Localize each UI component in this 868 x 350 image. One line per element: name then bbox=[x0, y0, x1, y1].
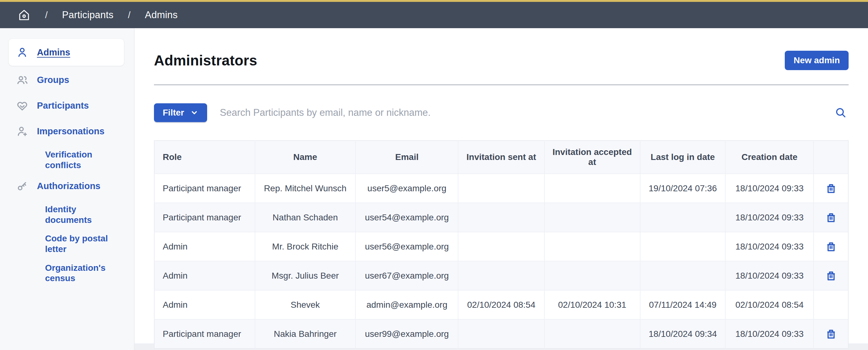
cell-last-log-in-date bbox=[640, 232, 725, 261]
sidebar-item-organizations-census[interactable]: Organization's census bbox=[9, 259, 124, 288]
sidebar-item-admins[interactable]: Admins bbox=[9, 39, 124, 66]
cell-last-log-in-date bbox=[640, 203, 725, 232]
people-icon bbox=[16, 73, 29, 86]
cell-email: user67@example.org bbox=[355, 261, 458, 290]
cell-actions bbox=[813, 261, 848, 290]
table-row: Participant manager Nakia Bahringer user… bbox=[154, 319, 848, 348]
home-icon[interactable] bbox=[18, 8, 31, 22]
admins-table-container: Role Name Email Invitation sent at Invit… bbox=[154, 140, 848, 349]
breadcrumb-admins[interactable]: Admins bbox=[145, 9, 178, 21]
content-area: Admins Groups Particip bbox=[0, 28, 868, 350]
cell-actions bbox=[813, 174, 848, 203]
column-header-invitation-sent-at: Invitation sent at bbox=[458, 141, 544, 174]
cell-last-log-in-date: 18/10/2024 09:34 bbox=[640, 319, 725, 348]
person-icon bbox=[16, 46, 29, 59]
cell-creation-date: 18/10/2024 09:33 bbox=[725, 174, 813, 203]
table-row: Admin Msgr. Julius Beer user67@example.o… bbox=[154, 261, 848, 290]
delete-admin-button[interactable] bbox=[825, 241, 837, 253]
cell-role: Admin bbox=[154, 290, 255, 319]
header-divider bbox=[154, 85, 848, 85]
cell-actions bbox=[813, 232, 848, 261]
search-icon bbox=[834, 106, 847, 119]
breadcrumb-separator: / bbox=[128, 10, 130, 20]
trash-icon bbox=[825, 182, 837, 195]
sidebar-item-verification-conflicts[interactable]: Verification conflicts bbox=[9, 145, 124, 174]
breadcrumb-separator: / bbox=[45, 10, 48, 20]
sidebar-item-code-by-postal-letter[interactable]: Code by postal letter bbox=[9, 229, 124, 258]
trash-icon bbox=[825, 241, 837, 253]
main-panel: Administrators New admin Filter bbox=[134, 28, 868, 344]
cell-invitation-accepted-at bbox=[545, 261, 640, 290]
cell-email: user54@example.org bbox=[355, 203, 458, 232]
cell-last-log-in-date: 07/11/2024 14:49 bbox=[640, 290, 725, 319]
delete-admin-button[interactable] bbox=[825, 182, 837, 195]
cell-invitation-sent-at bbox=[458, 319, 544, 348]
trash-icon bbox=[825, 212, 837, 224]
search-input[interactable] bbox=[220, 107, 820, 118]
breadcrumb-participants[interactable]: Participants bbox=[62, 9, 113, 21]
cell-invitation-sent-at bbox=[458, 174, 544, 203]
cell-email: user99@example.org bbox=[355, 319, 458, 348]
cell-name: Shevek bbox=[255, 290, 356, 319]
column-header-last-log-in-date: Last log in date bbox=[640, 141, 725, 174]
cell-creation-date: 18/10/2024 09:33 bbox=[725, 319, 813, 348]
new-admin-button[interactable]: New admin bbox=[785, 51, 848, 70]
sidebar-item-label: Organization's census bbox=[45, 263, 117, 284]
cell-invitation-sent-at bbox=[458, 203, 544, 232]
app-root: / Participants / Admins Admins bbox=[0, 0, 868, 350]
sidebar-item-label: Admins bbox=[37, 47, 70, 58]
sidebar-item-label: Code by postal letter bbox=[45, 233, 117, 254]
admins-table: Role Name Email Invitation sent at Invit… bbox=[154, 140, 848, 349]
cell-role: Participant manager bbox=[154, 319, 255, 348]
cell-invitation-accepted-at bbox=[545, 203, 640, 232]
filter-button[interactable]: Filter bbox=[154, 103, 207, 122]
person-plus-icon bbox=[16, 125, 29, 138]
page-title: Administrators bbox=[154, 52, 257, 69]
breadcrumb-bar: / Participants / Admins bbox=[0, 2, 868, 28]
sidebar-item-impersonations[interactable]: Impersonations bbox=[9, 120, 124, 143]
delete-admin-button[interactable] bbox=[825, 212, 837, 224]
sidebar: Admins Groups Particip bbox=[0, 28, 134, 350]
cell-name: Rep. Mitchel Wunsch bbox=[255, 174, 356, 203]
cell-role: Admin bbox=[154, 232, 255, 261]
cell-actions bbox=[813, 290, 848, 319]
cell-invitation-accepted-at bbox=[545, 174, 640, 203]
chevron-down-icon bbox=[190, 109, 198, 117]
sidebar-item-groups[interactable]: Groups bbox=[9, 68, 124, 91]
column-header-creation-date: Creation date bbox=[725, 141, 813, 174]
table-row: Admin Shevek admin@example.org 02/10/202… bbox=[154, 290, 848, 319]
cell-actions bbox=[813, 203, 848, 232]
cell-creation-date: 02/10/2024 08:54 bbox=[725, 290, 813, 319]
table-row: Participant manager Nathan Schaden user5… bbox=[154, 203, 848, 232]
column-header-name: Name bbox=[255, 141, 356, 174]
sidebar-item-label: Authorizations bbox=[37, 181, 100, 192]
column-header-role: Role bbox=[154, 141, 255, 174]
key-icon bbox=[16, 179, 29, 193]
sidebar-item-label: Verification conflicts bbox=[45, 149, 117, 170]
table-header-row: Role Name Email Invitation sent at Invit… bbox=[154, 141, 848, 174]
cell-name: Mr. Brock Ritchie bbox=[255, 232, 356, 261]
column-header-email: Email bbox=[355, 141, 458, 174]
cell-last-log-in-date bbox=[640, 261, 725, 290]
sidebar-item-label: Impersonations bbox=[37, 126, 104, 137]
sidebar-item-authorizations[interactable]: Authorizations bbox=[9, 174, 124, 198]
cell-email: user5@example.org bbox=[355, 174, 458, 203]
sidebar-item-participants[interactable]: Participants bbox=[9, 94, 124, 117]
sidebar-item-label: Groups bbox=[37, 75, 69, 85]
delete-admin-button[interactable] bbox=[825, 328, 837, 340]
sidebar-item-label: Identity documents bbox=[45, 204, 117, 225]
cell-creation-date: 18/10/2024 09:33 bbox=[725, 232, 813, 261]
cell-invitation-accepted-at bbox=[545, 232, 640, 261]
column-header-invitation-accepted-at: Invitation accepted at bbox=[545, 141, 640, 174]
cell-name: Msgr. Julius Beer bbox=[255, 261, 356, 290]
cell-creation-date: 18/10/2024 09:33 bbox=[725, 203, 813, 232]
cell-email: user56@example.org bbox=[355, 232, 458, 261]
delete-admin-button[interactable] bbox=[825, 270, 837, 282]
sidebar-item-identity-documents[interactable]: Identity documents bbox=[9, 200, 124, 229]
cell-name: Nakia Bahringer bbox=[255, 319, 356, 348]
cell-invitation-sent-at: 02/10/2024 08:54 bbox=[458, 290, 544, 319]
cell-name: Nathan Schaden bbox=[255, 203, 356, 232]
column-header-actions bbox=[813, 141, 848, 174]
trash-icon bbox=[825, 328, 837, 340]
search-button[interactable] bbox=[833, 105, 848, 120]
